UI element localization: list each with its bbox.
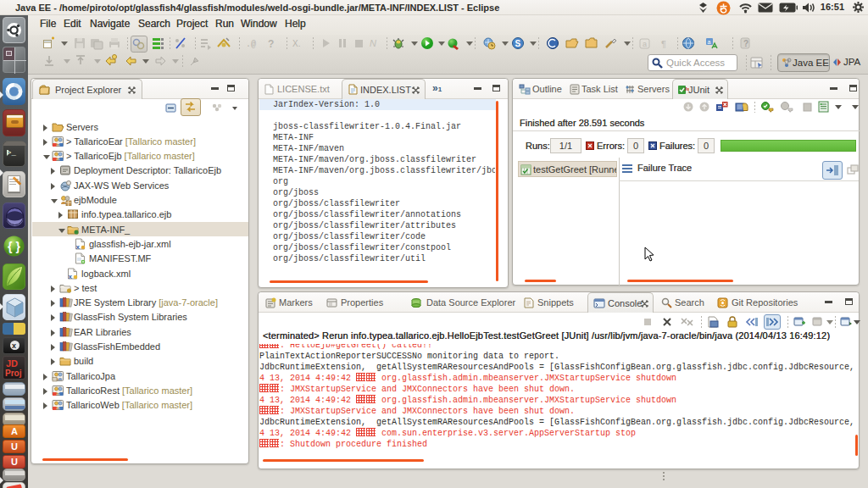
- svg-text:X.: X.: [292, 39, 300, 48]
- svg-text:a: a: [643, 40, 647, 48]
- svg-text:?: ?: [268, 38, 274, 50]
- svg-text:{ }: { }: [8, 240, 20, 253]
- svg-text:¶: ¶: [661, 39, 666, 49]
- svg-text:S: S: [515, 39, 521, 48]
- svg-text:.@: .@: [246, 40, 256, 49]
- svg-text:?: ?: [743, 39, 748, 48]
- svg-text:a: a: [708, 39, 711, 45]
- svg-text:x: x: [69, 272, 73, 280]
- svg-text:x: x: [76, 242, 81, 250]
- svg-text:N: N: [370, 38, 376, 48]
